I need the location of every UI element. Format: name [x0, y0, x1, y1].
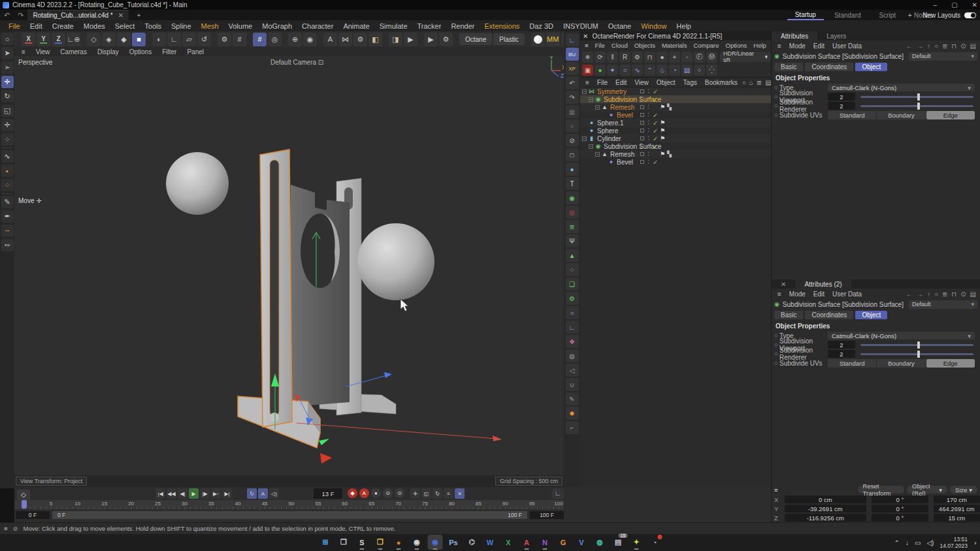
- enable-dots-icon[interactable]: ⠅: [647, 97, 653, 102]
- subdivision-surface[interactable]: ◉: [566, 191, 579, 204]
- array-object[interactable]: ⁘: [566, 263, 579, 276]
- slider-track[interactable]: [860, 353, 973, 355]
- tracer[interactable]: ∟: [566, 321, 579, 334]
- view-label[interactable]: Perspective: [18, 59, 52, 66]
- octane-menu-cloud[interactable]: Cloud: [609, 42, 630, 49]
- brush-tool[interactable]: ✎: [1, 196, 14, 208]
- attr-menu-icon[interactable]: ≡: [774, 291, 785, 298]
- viewport-menu-panel[interactable]: Panel: [182, 48, 208, 55]
- octane-menu-help[interactable]: Help: [751, 42, 769, 49]
- attr-nav-icon[interactable]: ⊙: [960, 291, 966, 298]
- target-1[interactable]: ◎: [268, 33, 282, 46]
- pen-tool[interactable]: ✒: [1, 210, 14, 223]
- goto-start[interactable]: |◀: [155, 488, 165, 499]
- layer-square-icon[interactable]: [640, 129, 644, 133]
- type-dropdown[interactable]: Catmull-Clark (N-Gons)▾: [828, 332, 975, 339]
- hanger-icon[interactable]: ⌃: [644, 65, 655, 76]
- key-rotation[interactable]: ↻: [433, 488, 442, 499]
- coord-size-field[interactable]: 464.2691 cm: [934, 505, 980, 512]
- lock-resolution[interactable]: ⊓: [644, 52, 655, 63]
- octane-menu-compare[interactable]: Compare: [691, 42, 721, 49]
- sphere-primitive[interactable]: ●: [566, 163, 579, 176]
- attr-section-tab-coordinates[interactable]: Coordinates: [805, 311, 853, 319]
- quantize-toggle[interactable]: A: [258, 488, 268, 499]
- attr-menu-mode[interactable]: Mode: [786, 291, 809, 298]
- object-row[interactable]: −▮Cylinder⠅✓⚑: [580, 134, 771, 142]
- display-tag-icon[interactable]: ▚: [667, 151, 672, 157]
- goto-end[interactable]: ▶|: [222, 488, 232, 499]
- attr-nav-icon[interactable]: ≣: [942, 291, 947, 298]
- texture-mode[interactable]: ◐: [152, 33, 166, 46]
- om-menu-file[interactable]: File: [594, 79, 611, 86]
- object-row[interactable]: ●Sphere⠅✓⚑: [580, 127, 771, 134]
- lens-app[interactable]: ◍: [593, 535, 608, 550]
- expand-toggle-icon[interactable]: −: [595, 152, 600, 157]
- spline-smooth[interactable]: ∿: [1, 150, 14, 163]
- menu-simulate[interactable]: Simulate: [375, 22, 412, 31]
- menu-file[interactable]: File: [4, 22, 25, 31]
- prev-key[interactable]: ◀◀: [167, 488, 176, 499]
- bevel-cube-2[interactable]: ◨: [389, 33, 402, 46]
- grid-snap[interactable]: #: [233, 33, 246, 46]
- cube-primitive[interactable]: □: [566, 148, 579, 161]
- flame-icon[interactable]: ♨: [657, 65, 668, 76]
- attr-menu-edit[interactable]: Edit: [810, 42, 828, 50]
- layout-tab-startup[interactable]: Startup: [787, 10, 824, 20]
- enable-dots-icon[interactable]: ⠅: [647, 89, 653, 95]
- record-selection[interactable]: ⊙: [383, 488, 393, 498]
- attr-menu-edit[interactable]: Edit: [810, 291, 828, 298]
- menu-window[interactable]: Window: [636, 22, 671, 31]
- octane-menu-objects[interactable]: Objects: [632, 42, 658, 49]
- close-button[interactable]: ✕: [972, 1, 977, 8]
- polygons-mode[interactable]: ◆: [117, 33, 131, 46]
- phong-tag-icon[interactable]: ⚑: [660, 127, 665, 134]
- move-tool[interactable]: ✛: [1, 76, 14, 88]
- object-name[interactable]: Symmetry: [597, 88, 627, 95]
- type-dropdown[interactable]: Catmull-Clark (N-Gons)▾: [828, 84, 975, 91]
- uv-option-edge[interactable]: Edge: [926, 111, 975, 119]
- cinema4d[interactable]: ◉: [428, 535, 443, 550]
- node-app[interactable]: ⌬: [465, 535, 480, 550]
- word[interactable]: W: [483, 535, 498, 550]
- viewport-menu-view[interactable]: View: [31, 48, 55, 55]
- layer-square-icon[interactable]: [640, 113, 644, 117]
- camera-label[interactable]: Default Camera ⊡: [270, 59, 323, 66]
- edges-mode[interactable]: ◈: [102, 33, 116, 46]
- enable-dots-icon[interactable]: ⠅: [647, 112, 653, 118]
- menu-extensions[interactable]: Extensions: [480, 22, 524, 31]
- points-mode[interactable]: ◇: [87, 33, 101, 46]
- tray-speaker-icon[interactable]: ◁): [926, 539, 934, 546]
- region-render[interactable]: R: [619, 52, 630, 63]
- tab-close-icon[interactable]: ✕: [118, 12, 123, 19]
- om-menu-object[interactable]: Object: [653, 79, 679, 86]
- bodypaint-uv[interactable]: BU: [566, 48, 579, 61]
- axis-lock-x[interactable]: X: [22, 33, 35, 46]
- tool-settings[interactable]: ⚙: [353, 33, 367, 46]
- redo[interactable]: ↷: [566, 91, 579, 104]
- instance-object[interactable]: ❏: [566, 277, 579, 291]
- tray-clock[interactable]: 13:5114.07.2023: [939, 536, 968, 549]
- expand-toggle-icon[interactable]: −: [589, 97, 593, 102]
- attr-nav-icon[interactable]: ↑: [927, 42, 930, 50]
- octane-menu-icon[interactable]: ≡: [582, 42, 591, 49]
- spline-circle[interactable]: ○: [566, 306, 579, 319]
- menu-help[interactable]: Help: [672, 22, 696, 31]
- solo-a[interactable]: A: [323, 33, 337, 46]
- uv-option-standard[interactable]: Standard: [828, 359, 876, 368]
- tray-download-icon[interactable]: ↓: [906, 539, 909, 546]
- coord-position-field[interactable]: 0 cm: [785, 496, 866, 503]
- render-camera[interactable]: ▣: [582, 65, 593, 76]
- menu-create[interactable]: Create: [48, 22, 78, 31]
- expand-toggle-icon[interactable]: −: [595, 105, 600, 110]
- target-2[interactable]: ⊕: [288, 33, 302, 46]
- tree-app[interactable]: ✦: [629, 535, 644, 550]
- uv-option-standard[interactable]: Standard: [828, 111, 876, 119]
- graph-view[interactable]: ∟: [566, 33, 579, 46]
- playhead[interactable]: [22, 500, 27, 509]
- octane-menu-materials[interactable]: Materials: [659, 42, 690, 49]
- layer-square-icon[interactable]: [640, 97, 644, 101]
- snap-settings[interactable]: ⚙: [218, 33, 231, 46]
- spline-square[interactable]: ▪: [1, 165, 14, 177]
- joint-tool[interactable]: Ψ: [566, 234, 579, 247]
- enable-dots-icon[interactable]: ⠅: [647, 120, 653, 126]
